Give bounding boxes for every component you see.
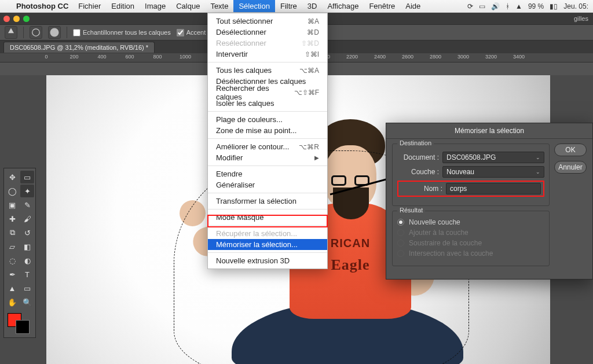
dodge-tool-icon[interactable]: ◐ [20, 254, 34, 267]
menu-item[interactable]: Modifier▶ [208, 152, 327, 163]
type-tool-icon[interactable]: T [20, 268, 34, 281]
result-group: Résultat Nouvelle couche Ajouter à la co… [392, 211, 550, 266]
dialog-title: Mémoriser la sélection [386, 123, 592, 139]
sync-icon: ⟳ [467, 2, 473, 10]
menu-affichage[interactable]: Affichage [322, 0, 364, 12]
menu-3d[interactable]: 3D [302, 0, 323, 12]
brush-hard-icon[interactable] [48, 26, 61, 39]
ruler-mark: 2200 [346, 54, 358, 60]
stamp-tool-icon[interactable]: ⧉ [5, 226, 19, 239]
hand-tool-icon[interactable]: ✋ [5, 296, 19, 308]
menu-item[interactable]: Améliorer le contour...⌥⌘R [208, 141, 327, 152]
svg-point-1 [50, 28, 59, 37]
accent-checkbox[interactable]: Accent [177, 29, 206, 36]
app-name[interactable]: Photoshop CC [12, 2, 73, 10]
menu-filtre[interactable]: Filtre [275, 0, 302, 12]
menu-item: Resélectionner⇧⌘D [208, 38, 327, 49]
clock: Jeu. 05: [563, 2, 588, 10]
shape-tool-icon[interactable]: ▭ [20, 282, 34, 295]
radio-new-channel[interactable]: Nouvelle couche [397, 218, 544, 226]
ruler-mark: 600 [125, 54, 134, 60]
quick-select-tool-icon[interactable]: ✦ [20, 185, 34, 197]
radio-subtract-channel: Soustraire de la couche [397, 239, 544, 247]
traffic-min[interactable] [13, 16, 20, 22]
brush-tool-icon[interactable]: 🖌 [20, 212, 34, 225]
radio-add-channel: Ajouter à la couche [397, 229, 544, 237]
menu-item[interactable]: Zone de mise au point... [208, 125, 327, 136]
menu-image[interactable]: Image [140, 0, 171, 12]
menu-item[interactable]: Plage de couleurs... [208, 114, 327, 125]
layer-select[interactable]: Nouveau⌄ [442, 166, 544, 178]
menu-item[interactable]: Généraliser [208, 179, 327, 190]
background-swatch[interactable] [16, 320, 30, 334]
user-label: gilles [574, 15, 588, 22]
ruler-mark: 400 [97, 54, 106, 60]
selection-dropdown-menu: Tout sélectionner⌘ADésélectionner⌘DResél… [207, 13, 328, 269]
name-label: Nom : [401, 185, 442, 193]
ruler-mark: 3400 [513, 54, 525, 60]
document-tab[interactable]: DSC06508.JPG @ 31,2% (meditation, RVB/16… [3, 42, 155, 53]
brush-size-icon[interactable] [30, 26, 42, 39]
pen-tool-icon[interactable]: ✒ [5, 268, 19, 281]
menu-item: Récupérer la sélection... [208, 228, 327, 239]
menu-edition[interactable]: Edition [106, 0, 140, 12]
move-tool-icon[interactable]: ✥ [5, 171, 19, 183]
wifi-icon: ▲ [515, 2, 522, 10]
battery-text: 99 % [528, 2, 544, 10]
chevron-down-icon: ⌄ [536, 169, 540, 175]
ruler-mark: 800 [153, 54, 162, 60]
eraser-tool-icon[interactable]: ▱ [5, 240, 19, 253]
gradient-tool-icon[interactable]: ◧ [20, 240, 34, 253]
menu-item[interactable]: Mode Masque [208, 212, 327, 223]
menu-item[interactable]: Rechercher des calques⌥⇧⌘F [208, 87, 327, 98]
chevron-down-icon: ⌄ [536, 155, 540, 160]
bluetooth-icon: ᚼ [506, 2, 510, 10]
menu-item[interactable]: Mémoriser la sélection... [208, 239, 327, 250]
zoom-tool-icon[interactable]: 🔍 [20, 296, 34, 308]
battery-icon: ▮▯ [550, 2, 558, 10]
traffic-close[interactable] [3, 16, 10, 22]
volume-icon: 🔊 [491, 2, 500, 10]
path-select-tool-icon[interactable]: ▲ [5, 282, 19, 295]
menu-item[interactable]: Isoler les calques [208, 98, 327, 109]
tool-preset-icon[interactable] [5, 26, 17, 39]
menu-aide[interactable]: Aide [400, 0, 426, 12]
menu-fenetre[interactable]: Fenêtre [364, 0, 400, 12]
marquee-tool-icon[interactable]: ▭ [20, 171, 34, 183]
sample-all-layers-checkbox[interactable]: Echantillonner tous les calques [73, 29, 171, 36]
healing-tool-icon[interactable]: ✚ [5, 212, 19, 225]
destination-group: Destination Document : DSC06508.JPG⌄ Cou… [392, 144, 550, 206]
ruler-mark: 3200 [485, 54, 497, 60]
document-select[interactable]: DSC06508.JPG⌄ [442, 152, 544, 163]
name-row-highlight: Nom : [397, 181, 544, 197]
menu-item[interactable]: Transformer la sélection [208, 196, 327, 207]
menu-texte[interactable]: Texte [205, 0, 233, 12]
ruler-mark: 200 [69, 54, 78, 60]
name-input[interactable] [446, 183, 541, 194]
traffic-max[interactable] [23, 16, 30, 22]
menu-fichier[interactable]: Fichier [73, 0, 106, 12]
menu-item[interactable]: Tous les calques⌥⌘A [208, 65, 327, 76]
ruler-mark: 2600 [402, 54, 413, 60]
menu-item[interactable]: Nouvelle extrusion 3D [208, 255, 327, 266]
menu-calque[interactable]: Calque [171, 0, 205, 12]
lasso-tool-icon[interactable]: ◯ [5, 185, 19, 197]
ruler-mark: 2800 [430, 54, 441, 60]
menu-item[interactable]: Etendre [208, 168, 327, 179]
eyedropper-tool-icon[interactable]: ✎ [20, 198, 34, 211]
color-swatches[interactable] [5, 312, 34, 335]
history-brush-tool-icon[interactable]: ↺ [20, 226, 34, 239]
crop-tool-icon[interactable]: ▣ [5, 198, 19, 211]
cancel-button[interactable]: Annuler [554, 161, 587, 174]
radio-intersect-channel: Intersection avec la couche [397, 249, 544, 258]
status-area: ⟳ ▭ 🔊 ᚼ ▲ 99 % ▮▯ Jeu. 05: [467, 2, 593, 10]
ruler-mark: 0 [45, 54, 47, 60]
ok-button[interactable]: OK [554, 144, 587, 156]
document-label: Document : [397, 153, 439, 161]
menu-selection[interactable]: Sélection [233, 0, 274, 12]
blur-tool-icon[interactable]: ◌ [5, 254, 19, 267]
menu-item[interactable]: Tout sélectionner⌘A [208, 16, 327, 27]
svg-point-0 [32, 29, 40, 36]
menu-item[interactable]: Intervertir⇧⌘I [208, 49, 327, 60]
menu-item[interactable]: Désélectionner⌘D [208, 27, 327, 38]
